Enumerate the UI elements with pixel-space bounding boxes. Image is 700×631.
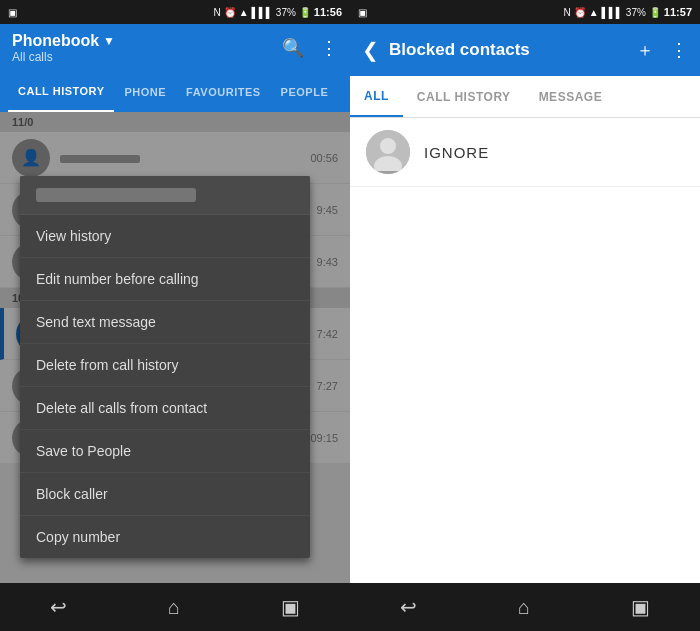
right-overflow-menu-icon[interactable]: ⋮ xyxy=(670,39,688,61)
right-time: 11:57 xyxy=(664,6,692,18)
right-header-left: ❮ Blocked contacts xyxy=(362,38,530,62)
right-app-header: ❮ Blocked contacts ＋ ⋮ xyxy=(350,24,700,76)
battery-text: 37% xyxy=(276,7,296,18)
tab-people[interactable]: PEOPLE xyxy=(271,72,339,112)
left-nav-bar: ↩ ⌂ ▣ xyxy=(0,583,350,631)
right-battery-icon: 🔋 xyxy=(649,7,661,18)
tab-call-history[interactable]: CALL HISTORY xyxy=(8,72,114,112)
sim-icon: ▣ xyxy=(8,7,17,18)
tab-right-call-history[interactable]: CALL HISTORY xyxy=(403,76,525,117)
tab-all[interactable]: ALL xyxy=(350,76,403,117)
context-menu: View history Edit number before calling … xyxy=(20,176,310,558)
menu-item-edit-number[interactable]: Edit number before calling xyxy=(20,258,310,301)
left-app-header: Phonebook ▼ All calls 🔍 ⋮ xyxy=(0,24,350,72)
home-button[interactable]: ⌂ xyxy=(148,588,200,627)
app-subtitle: All calls xyxy=(12,50,115,64)
dropdown-icon[interactable]: ▼ xyxy=(103,34,115,48)
back-button[interactable]: ↩ xyxy=(30,587,87,627)
right-home-nav[interactable]: ⌂ xyxy=(498,588,550,627)
right-back-nav[interactable]: ↩ xyxy=(380,587,437,627)
right-panel: ▣ N ⏰ ▲ ▌▌▌ 37% 🔋 11:57 ❮ Blocked contac… xyxy=(350,0,700,631)
tab-phone[interactable]: PHONE xyxy=(114,72,176,112)
nfc-icon: N xyxy=(213,7,220,18)
recents-button[interactable]: ▣ xyxy=(261,587,320,627)
search-icon[interactable]: 🔍 xyxy=(282,37,304,59)
battery-icon: 🔋 xyxy=(299,7,311,18)
right-nav-bar: ↩ ⌂ ▣ xyxy=(350,583,700,631)
menu-item-delete-all-calls[interactable]: Delete all calls from contact xyxy=(20,387,310,430)
header-icons: 🔍 ⋮ xyxy=(282,37,338,59)
svg-point-1 xyxy=(380,138,396,154)
alarm-icon: ⏰ xyxy=(224,7,236,18)
wifi-icon: ▲ xyxy=(239,7,249,18)
right-nfc-icon: N xyxy=(563,7,570,18)
right-alarm-icon: ⏰ xyxy=(574,7,586,18)
menu-item-view-history[interactable]: View history xyxy=(20,215,310,258)
blocked-avatar xyxy=(366,130,410,174)
tab-message[interactable]: MESSAGE xyxy=(525,76,617,117)
context-menu-header xyxy=(20,176,310,215)
right-header-icons: ＋ ⋮ xyxy=(636,38,688,62)
app-title: Phonebook ▼ xyxy=(12,32,115,50)
signal-icon: ▌▌▌ xyxy=(252,7,273,18)
right-signal-icon: ▌▌▌ xyxy=(602,7,623,18)
right-back-button[interactable]: ❮ xyxy=(362,38,379,62)
status-bar-right-icons: N ⏰ ▲ ▌▌▌ 37% 🔋 11:56 xyxy=(213,6,342,18)
menu-item-copy-number[interactable]: Copy number xyxy=(20,516,310,558)
right-recents-nav[interactable]: ▣ xyxy=(611,587,670,627)
right-sim-icon: ▣ xyxy=(358,7,367,18)
status-bar-left-icons: ▣ xyxy=(8,7,17,18)
tab-favourites[interactable]: FAVOURITES xyxy=(176,72,270,112)
right-wifi-icon: ▲ xyxy=(589,7,599,18)
left-tabs-bar: CALL HISTORY PHONE FAVOURITES PEOPLE xyxy=(0,72,350,112)
left-panel: ▣ N ⏰ ▲ ▌▌▌ 37% 🔋 11:56 Phonebook ▼ All … xyxy=(0,0,350,631)
menu-item-block-caller[interactable]: Block caller xyxy=(20,473,310,516)
phone-number-blurred xyxy=(36,188,196,202)
right-status-bar: ▣ N ⏰ ▲ ▌▌▌ 37% 🔋 11:57 xyxy=(350,0,700,24)
left-time: 11:56 xyxy=(314,6,342,18)
right-status-left: ▣ xyxy=(358,7,367,18)
add-icon[interactable]: ＋ xyxy=(636,38,654,62)
blocked-list: IGNORE xyxy=(350,118,700,583)
right-screen-title: Blocked contacts xyxy=(389,40,530,60)
blocked-contact-name: IGNORE xyxy=(424,144,489,161)
menu-item-send-text[interactable]: Send text message xyxy=(20,301,310,344)
right-status-right: N ⏰ ▲ ▌▌▌ 37% 🔋 11:57 xyxy=(563,6,692,18)
call-list-bg: 11/0 👤 00:56 👤 9:45 👤 xyxy=(0,112,350,583)
right-tabs-bar: ALL CALL HISTORY MESSAGE xyxy=(350,76,700,118)
left-status-bar: ▣ N ⏰ ▲ ▌▌▌ 37% 🔋 11:56 xyxy=(0,0,350,24)
menu-item-delete-call[interactable]: Delete from call history xyxy=(20,344,310,387)
menu-item-save-to-people[interactable]: Save to People xyxy=(20,430,310,473)
overflow-menu-icon[interactable]: ⋮ xyxy=(320,37,338,59)
app-header-left: Phonebook ▼ All calls xyxy=(12,32,115,64)
blocked-item-ignore[interactable]: IGNORE xyxy=(350,118,700,187)
right-battery-text: 37% xyxy=(626,7,646,18)
